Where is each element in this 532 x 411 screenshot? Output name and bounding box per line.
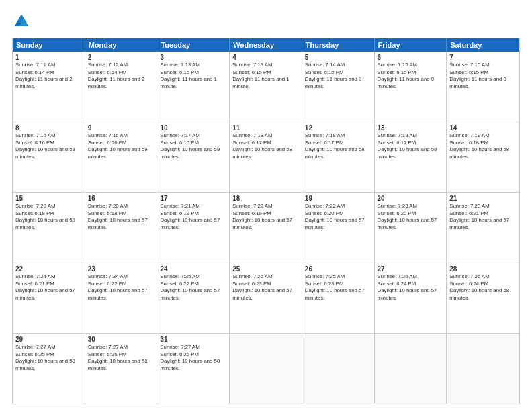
calendar-cell: 7Sunrise: 7:15 AMSunset: 6:15 PMDaylight… — [447, 52, 519, 122]
calendar-cell: 23Sunrise: 7:24 AMSunset: 6:22 PMDayligh… — [85, 263, 158, 333]
day-details: Sunrise: 7:22 AMSunset: 6:19 PMDaylight:… — [232, 203, 299, 231]
day-number: 15 — [15, 195, 82, 202]
calendar-cell: 26Sunrise: 7:25 AMSunset: 6:23 PMDayligh… — [302, 263, 375, 333]
calendar-cell: 3Sunrise: 7:13 AMSunset: 6:15 PMDaylight… — [157, 52, 230, 122]
header — [12, 12, 520, 31]
day-details: Sunrise: 7:26 AMSunset: 6:24 PMDaylight:… — [378, 273, 444, 302]
day-number: 22 — [15, 265, 82, 273]
logo — [12, 12, 34, 31]
calendar-row-4: 22Sunrise: 7:24 AMSunset: 6:21 PMDayligh… — [13, 263, 519, 333]
header-day-sunday: Sunday — [13, 38, 85, 52]
day-number: 27 — [378, 265, 444, 273]
day-details: Sunrise: 7:18 AMSunset: 6:17 PMDaylight:… — [232, 132, 299, 161]
day-number: 12 — [305, 124, 371, 132]
day-number: 6 — [378, 54, 444, 61]
calendar: SundayMondayTuesdayWednesdayThursdayFrid… — [12, 38, 520, 404]
day-details: Sunrise: 7:23 AMSunset: 6:20 PMDaylight:… — [378, 203, 444, 231]
day-details: Sunrise: 7:12 AMSunset: 6:14 PMDaylight:… — [88, 62, 154, 90]
day-details: Sunrise: 7:13 AMSunset: 6:15 PMDaylight:… — [232, 62, 299, 90]
day-number: 24 — [160, 265, 226, 273]
calendar-cell: 5Sunrise: 7:14 AMSunset: 6:15 PMDaylight… — [302, 52, 375, 122]
day-number: 5 — [305, 54, 371, 61]
header-day-tuesday: Tuesday — [157, 38, 230, 52]
calendar-cell: 8Sunrise: 7:16 AMSunset: 6:16 PMDaylight… — [13, 122, 85, 192]
calendar-row-3: 15Sunrise: 7:20 AMSunset: 6:18 PMDayligh… — [13, 192, 519, 263]
day-number: 30 — [88, 336, 154, 343]
day-details: Sunrise: 7:24 AMSunset: 6:22 PMDaylight:… — [88, 273, 154, 302]
calendar-cell: 18Sunrise: 7:22 AMSunset: 6:19 PMDayligh… — [230, 193, 302, 263]
calendar-body: 1Sunrise: 7:11 AMSunset: 6:14 PMDaylight… — [13, 52, 519, 404]
calendar-cell: 29Sunrise: 7:27 AMSunset: 6:25 PMDayligh… — [13, 334, 85, 404]
day-number: 2 — [88, 54, 154, 61]
header-day-thursday: Thursday — [302, 38, 375, 52]
day-number: 11 — [232, 124, 299, 132]
day-number: 28 — [449, 265, 517, 273]
day-number: 10 — [160, 124, 226, 132]
calendar-cell: 1Sunrise: 7:11 AMSunset: 6:14 PMDaylight… — [13, 52, 85, 122]
calendar-cell — [302, 334, 375, 404]
day-details: Sunrise: 7:21 AMSunset: 6:19 PMDaylight:… — [160, 203, 226, 231]
day-number: 4 — [232, 54, 299, 61]
day-details: Sunrise: 7:27 AMSunset: 6:26 PMDaylight:… — [160, 344, 226, 372]
day-details: Sunrise: 7:16 AMSunset: 6:16 PMDaylight:… — [15, 132, 82, 161]
day-details: Sunrise: 7:25 AMSunset: 6:22 PMDaylight:… — [160, 273, 226, 302]
calendar-cell: 30Sunrise: 7:27 AMSunset: 6:26 PMDayligh… — [85, 334, 158, 404]
day-number: 1 — [15, 54, 82, 61]
day-details: Sunrise: 7:11 AMSunset: 6:14 PMDaylight:… — [15, 62, 82, 90]
calendar-cell — [447, 334, 519, 404]
day-number: 29 — [15, 336, 82, 343]
calendar-cell: 15Sunrise: 7:20 AMSunset: 6:18 PMDayligh… — [13, 193, 85, 263]
day-number: 19 — [305, 195, 371, 202]
calendar-cell: 20Sunrise: 7:23 AMSunset: 6:20 PMDayligh… — [375, 193, 447, 263]
calendar-cell: 19Sunrise: 7:22 AMSunset: 6:20 PMDayligh… — [302, 193, 375, 263]
day-number: 20 — [378, 195, 444, 202]
day-details: Sunrise: 7:24 AMSunset: 6:21 PMDaylight:… — [15, 273, 82, 302]
day-details: Sunrise: 7:27 AMSunset: 6:26 PMDaylight:… — [88, 344, 154, 372]
calendar-cell: 17Sunrise: 7:21 AMSunset: 6:19 PMDayligh… — [157, 193, 230, 263]
day-details: Sunrise: 7:16 AMSunset: 6:16 PMDaylight:… — [88, 132, 154, 161]
calendar-cell: 31Sunrise: 7:27 AMSunset: 6:26 PMDayligh… — [157, 334, 230, 404]
day-number: 8 — [15, 124, 82, 132]
day-details: Sunrise: 7:15 AMSunset: 6:15 PMDaylight:… — [449, 62, 517, 90]
day-number: 13 — [378, 124, 444, 132]
calendar-cell: 16Sunrise: 7:20 AMSunset: 6:18 PMDayligh… — [85, 193, 158, 263]
header-day-saturday: Saturday — [447, 38, 519, 52]
day-details: Sunrise: 7:18 AMSunset: 6:17 PMDaylight:… — [305, 132, 371, 161]
calendar-cell: 9Sunrise: 7:16 AMSunset: 6:16 PMDaylight… — [85, 122, 158, 192]
calendar-cell: 14Sunrise: 7:19 AMSunset: 6:18 PMDayligh… — [447, 122, 519, 192]
day-details: Sunrise: 7:14 AMSunset: 6:15 PMDaylight:… — [305, 62, 371, 90]
day-number: 16 — [88, 195, 154, 202]
calendar-cell — [230, 334, 302, 404]
day-details: Sunrise: 7:22 AMSunset: 6:20 PMDaylight:… — [305, 203, 371, 231]
day-number: 9 — [88, 124, 154, 132]
day-number: 18 — [232, 195, 299, 202]
header-day-wednesday: Wednesday — [230, 38, 302, 52]
header-day-friday: Friday — [375, 38, 447, 52]
day-details: Sunrise: 7:25 AMSunset: 6:23 PMDaylight:… — [232, 273, 299, 302]
calendar-cell: 22Sunrise: 7:24 AMSunset: 6:21 PMDayligh… — [13, 263, 85, 333]
day-number: 17 — [160, 195, 226, 202]
day-number: 21 — [449, 195, 517, 202]
day-details: Sunrise: 7:17 AMSunset: 6:16 PMDaylight:… — [160, 132, 226, 161]
calendar-cell: 27Sunrise: 7:26 AMSunset: 6:24 PMDayligh… — [375, 263, 447, 333]
calendar-row-2: 8Sunrise: 7:16 AMSunset: 6:16 PMDaylight… — [13, 122, 519, 192]
header-day-monday: Monday — [85, 38, 158, 52]
day-number: 3 — [160, 54, 226, 61]
day-details: Sunrise: 7:26 AMSunset: 6:24 PMDaylight:… — [449, 273, 517, 302]
day-details: Sunrise: 7:19 AMSunset: 6:18 PMDaylight:… — [449, 132, 517, 161]
calendar-cell: 24Sunrise: 7:25 AMSunset: 6:22 PMDayligh… — [157, 263, 230, 333]
day-details: Sunrise: 7:23 AMSunset: 6:21 PMDaylight:… — [449, 203, 517, 231]
calendar-cell: 2Sunrise: 7:12 AMSunset: 6:14 PMDaylight… — [85, 52, 158, 122]
calendar-row-1: 1Sunrise: 7:11 AMSunset: 6:14 PMDaylight… — [13, 52, 519, 122]
page: SundayMondayTuesdayWednesdayThursdayFrid… — [0, 0, 532, 411]
calendar-cell: 11Sunrise: 7:18 AMSunset: 6:17 PMDayligh… — [230, 122, 302, 192]
day-number: 7 — [449, 54, 517, 61]
calendar-cell: 21Sunrise: 7:23 AMSunset: 6:21 PMDayligh… — [447, 193, 519, 263]
calendar-cell: 12Sunrise: 7:18 AMSunset: 6:17 PMDayligh… — [302, 122, 375, 192]
day-number: 25 — [232, 265, 299, 273]
calendar-cell: 28Sunrise: 7:26 AMSunset: 6:24 PMDayligh… — [447, 263, 519, 333]
day-number: 26 — [305, 265, 371, 273]
calendar-cell: 4Sunrise: 7:13 AMSunset: 6:15 PMDaylight… — [230, 52, 302, 122]
day-details: Sunrise: 7:19 AMSunset: 6:17 PMDaylight:… — [378, 132, 444, 161]
calendar-cell: 6Sunrise: 7:15 AMSunset: 6:15 PMDaylight… — [375, 52, 447, 122]
